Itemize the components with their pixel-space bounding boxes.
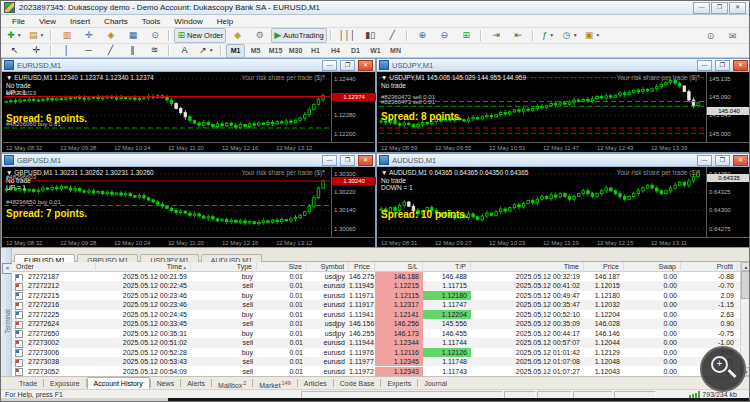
- cursor-button[interactable]: ↖: [4, 43, 25, 58]
- chart-canvas[interactable]: #48296603#48296650 buy 0.01▼ GBPUSD,M1 1…: [3, 167, 374, 246]
- chart-minimize-button[interactable]: —: [322, 155, 337, 166]
- templates-button[interactable]: ▣▼: [582, 28, 603, 43]
- column-header-tp[interactable]: T/P: [423, 262, 471, 272]
- search-button[interactable]: ⊙: [700, 29, 721, 44]
- chart-window-gbpusd[interactable]: GBPUSD,M1—❐✕#48296603#48296650 buy 0.01▼…: [1, 153, 376, 248]
- chart-window-titlebar[interactable]: GBPUSD,M1—❐✕: [2, 154, 375, 167]
- timeframe-button-h4[interactable]: H4: [326, 44, 345, 58]
- column-header-type[interactable]: Type: [191, 262, 257, 272]
- column-header-profit[interactable]: Profit: [681, 262, 738, 272]
- tab-alerts[interactable]: Alerts: [181, 378, 211, 389]
- timeframe-button-m15[interactable]: M15: [266, 44, 285, 58]
- zoom-in-button[interactable]: ⊕: [412, 28, 433, 43]
- screen-magnifier-overlay[interactable]: +: [700, 346, 746, 392]
- menu-item-insert[interactable]: Insert: [63, 17, 97, 26]
- column-header-price[interactable]: Price: [349, 262, 375, 272]
- history-row[interactable]: 272726502025.05.12 00:35:31buy0.01usdjpy…: [12, 329, 740, 338]
- chart-minimize-button[interactable]: —: [322, 60, 337, 71]
- data-window-button[interactable]: ✛: [78, 28, 99, 43]
- tab-code-base[interactable]: Code Base: [334, 378, 381, 389]
- menu-item-charts[interactable]: Charts: [97, 17, 135, 26]
- timeframe-button-mn[interactable]: MN: [386, 44, 405, 58]
- history-row[interactable]: 272730062025.05.12 00:52:28buy0.01eurusd…: [12, 348, 740, 357]
- history-row[interactable]: 272730022025.05.12 00:51:02sell0.01eurus…: [12, 338, 740, 347]
- tile-windows-button[interactable]: ⊞: [456, 28, 477, 43]
- column-header-close_price[interactable]: Price: [584, 262, 624, 272]
- chart-minimize-button[interactable]: —: [697, 155, 712, 166]
- autotrading-button[interactable]: ▶AutoTrading: [271, 28, 327, 43]
- close-button[interactable]: ✕: [729, 2, 746, 14]
- chart-restore-button[interactable]: ❐: [715, 155, 730, 166]
- terminal-drag-strip[interactable]: × Terminal: [1, 248, 12, 389]
- indicators-button[interactable]: ƒ▼: [538, 28, 559, 43]
- column-header-symbol[interactable]: Symbol: [307, 262, 349, 272]
- fibonacci-button[interactable]: ≋: [144, 43, 165, 58]
- column-header-close_time[interactable]: Time: [471, 262, 584, 272]
- chart-close-button[interactable]: ✕: [733, 60, 748, 71]
- column-header-order[interactable]: Order: [12, 262, 96, 272]
- history-row[interactable]: 272726242025.05.12 00:33:45sell0.01usdjp…: [12, 319, 740, 328]
- chart-close-button[interactable]: ✕: [358, 155, 373, 166]
- history-row[interactable]: 272722152025.05.12 00:23:46buy0.01eurusd…: [12, 291, 740, 300]
- profiles-button[interactable]: ▤▼: [26, 28, 47, 43]
- text-button[interactable]: A: [174, 43, 195, 58]
- chat-button[interactable]: ✉: [722, 29, 743, 44]
- tab-articles[interactable]: Articles: [298, 378, 333, 389]
- scrollbar-up-icon[interactable]: ▲: [741, 262, 750, 271]
- timeframe-button-m1[interactable]: M1: [226, 44, 245, 58]
- column-header-swap[interactable]: Swap: [624, 262, 681, 272]
- candlestick-chart-button[interactable]: ▮▯: [360, 28, 381, 43]
- menu-item-help[interactable]: Help: [210, 17, 240, 26]
- chart-canvas[interactable]: #48206023#48206060 buy 0.01▼ EURUSD,M1 1…: [3, 72, 374, 151]
- history-row[interactable]: 272722252025.05.12 00:24:45buy0.01eurusd…: [12, 310, 740, 319]
- navigator-button[interactable]: ◈: [100, 28, 121, 43]
- timeframe-button-m30[interactable]: M30: [286, 44, 305, 58]
- column-header-sl[interactable]: S/L: [375, 262, 423, 272]
- crosshair-button[interactable]: ✛: [26, 43, 47, 58]
- chart-restore-button[interactable]: ❐: [715, 60, 730, 71]
- chart-canvas[interactable]: ▼ AUDUSD,M1 0.64365 0.64365 0.64350 0.64…: [378, 167, 749, 246]
- chart-restore-button[interactable]: ❐: [340, 155, 355, 166]
- terminal-button[interactable]: ▦: [122, 28, 143, 43]
- chart-window-titlebar[interactable]: USDJPY,M1—❐✕: [377, 59, 750, 72]
- menu-item-tools[interactable]: Tools: [135, 17, 168, 26]
- tab-exposure[interactable]: Exposure: [44, 378, 86, 389]
- history-row[interactable]: 272721872025.05.12 00:21:59buy0.01usdjpy…: [12, 272, 740, 281]
- scrollbar-thumb[interactable]: [741, 271, 750, 299]
- history-row[interactable]: 272730382025.05.12 00:53:43sell0.01eurus…: [12, 357, 740, 366]
- menu-item-file[interactable]: File: [5, 17, 32, 26]
- chart-restore-button[interactable]: ❐: [340, 60, 355, 71]
- chart-window-usdjpy[interactable]: USDJPY,M1—❐✕#82360472 sell 0.01#82360473…: [376, 58, 750, 153]
- vertical-line-button[interactable]: │: [56, 43, 77, 58]
- tab-mailbox[interactable]: Mailbox2: [212, 378, 252, 389]
- maximize-button[interactable]: ❐: [711, 2, 728, 14]
- arrows-button[interactable]: ↗▼: [196, 43, 217, 58]
- auto-scroll-button[interactable]: ⇥: [486, 28, 507, 43]
- tab-experts[interactable]: Experts: [381, 378, 417, 389]
- chart-canvas[interactable]: #82360472 sell 0.01#82360473 sell 0.01▼ …: [378, 72, 749, 151]
- tab-journal[interactable]: Journal: [418, 378, 453, 389]
- channel-button[interactable]: ∥: [122, 43, 143, 58]
- bar-chart-button[interactable]: │││: [336, 28, 359, 43]
- tab-market[interactable]: Market149: [253, 378, 297, 389]
- zoom-out-button[interactable]: ⊖: [434, 28, 455, 43]
- periods-button[interactable]: ◷▼: [560, 28, 581, 43]
- menu-item-window[interactable]: Window: [167, 17, 209, 26]
- timeframe-button-h1[interactable]: H1: [306, 44, 325, 58]
- trendline-button[interactable]: ╱: [100, 43, 121, 58]
- tab-trade[interactable]: Trade: [13, 378, 43, 389]
- new-chart-button[interactable]: ✚▼: [4, 28, 25, 43]
- strategy-tester-button[interactable]: ⊙: [144, 28, 165, 43]
- chart-window-titlebar[interactable]: EURUSD,M1—❐✕: [2, 59, 375, 72]
- history-row[interactable]: 272722162025.05.12 00:23:46sell0.01eurus…: [12, 300, 740, 309]
- chart-close-button[interactable]: ✕: [358, 60, 373, 71]
- expert-advisors-button[interactable]: ⚙: [249, 28, 270, 43]
- chart-close-button[interactable]: ✕: [733, 155, 748, 166]
- chart-window-audusd[interactable]: AUDUSD,M1—❐✕▼ AUDUSD,M1 0.64365 0.64365 …: [376, 153, 750, 248]
- timeframe-button-d1[interactable]: D1: [346, 44, 365, 58]
- chart-minimize-button[interactable]: —: [697, 60, 712, 71]
- horizontal-line-button[interactable]: ─: [78, 43, 99, 58]
- chart-shift-button[interactable]: ⇤: [508, 28, 529, 43]
- minimize-button[interactable]: —: [693, 2, 710, 14]
- chart-window-eurusd[interactable]: EURUSD,M1—❐✕#48206023#48206060 buy 0.01▼…: [1, 58, 376, 153]
